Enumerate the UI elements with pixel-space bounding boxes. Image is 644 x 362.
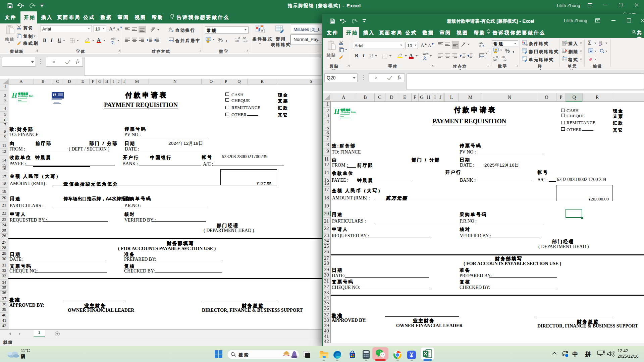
svg-text:≠: ≠ (261, 29, 263, 33)
svg-text:c: c (479, 44, 481, 47)
svg-text:Z: Z (599, 43, 601, 46)
svg-text:≠: ≠ (526, 44, 527, 46)
svg-text:c: c (169, 29, 170, 33)
